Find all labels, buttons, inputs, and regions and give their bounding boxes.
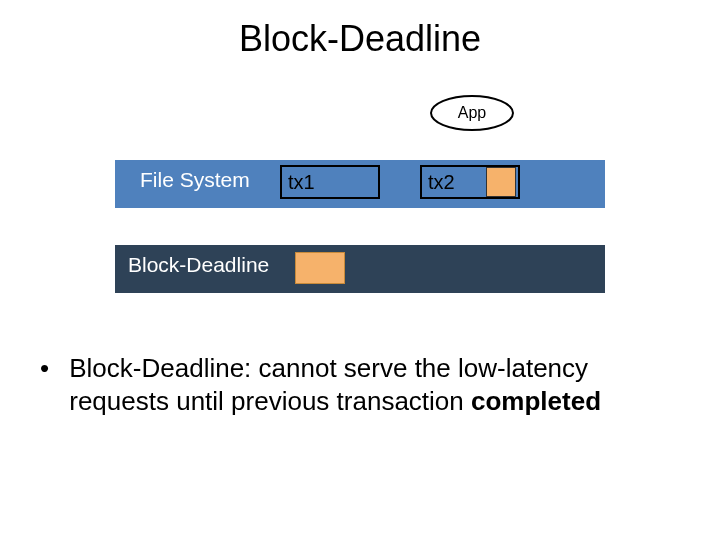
bullet-text: Block-Deadline: cannot serve the low-lat… xyxy=(69,352,679,417)
tx2-low-latency-marker xyxy=(486,167,516,197)
tx1-label: tx1 xyxy=(288,171,315,194)
block-deadline-pending-marker xyxy=(295,252,345,284)
app-label: App xyxy=(458,104,486,122)
tx2-label: tx2 xyxy=(428,171,455,194)
bullet-dot: • xyxy=(40,352,62,385)
bullet-text-bold: completed xyxy=(471,386,601,416)
page-title: Block-Deadline xyxy=(0,18,720,60)
block-deadline-label: Block-Deadline xyxy=(128,253,269,277)
bullet-item: • Block-Deadline: cannot serve the low-l… xyxy=(40,352,680,417)
file-system-label: File System xyxy=(140,168,250,192)
tx1-box: tx1 xyxy=(280,165,380,199)
app-node: App xyxy=(430,95,514,131)
